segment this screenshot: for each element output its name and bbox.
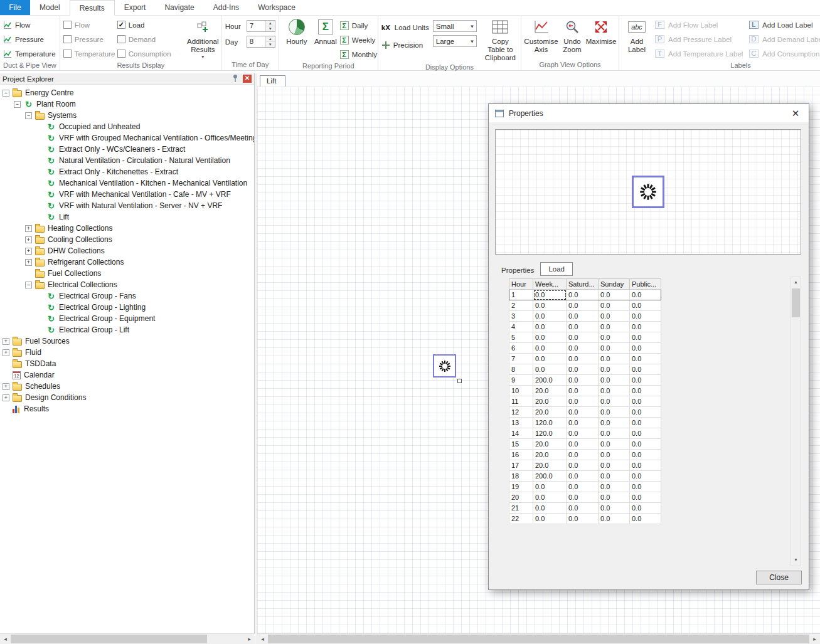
- scroll-left-icon[interactable]: ◂: [0, 634, 11, 644]
- tree-item[interactable]: ↻VRF with Grouped Mechanical Ventilation…: [0, 132, 254, 144]
- load-table-row[interactable]: 1620.00.00.00.0: [509, 450, 661, 460]
- ribbon-tab-results[interactable]: Results: [70, 0, 115, 16]
- value-cell[interactable]: 0.0: [630, 375, 661, 386]
- value-cell[interactable]: 120.0: [533, 428, 567, 439]
- scroll-right-icon[interactable]: ▸: [809, 634, 820, 644]
- load-table-row[interactable]: 1020.00.00.00.0: [509, 386, 661, 396]
- value-cell[interactable]: 20.0: [533, 396, 567, 407]
- hour-cell[interactable]: 19: [509, 482, 533, 492]
- tree-item[interactable]: ↻VRF with Natural Ventilation - Server -…: [0, 200, 254, 211]
- close-panel-icon[interactable]: ✕: [243, 75, 252, 83]
- value-cell[interactable]: 0.0: [630, 514, 661, 524]
- value-cell[interactable]: 20.0: [533, 450, 567, 460]
- value-cell[interactable]: 0.0: [567, 322, 599, 332]
- load-table-row[interactable]: 1220.00.00.00.0: [509, 407, 661, 418]
- duct-pipe-temperature[interactable]: Temperature: [3, 46, 56, 61]
- value-cell[interactable]: 0.0: [599, 460, 630, 471]
- value-cell[interactable]: 0.0: [630, 343, 661, 354]
- scrollbar-thumb[interactable]: [268, 635, 809, 643]
- tree-expander-icon[interactable]: −: [3, 90, 9, 97]
- scroll-left-icon[interactable]: ◂: [257, 634, 268, 644]
- tree-item[interactable]: Results: [0, 403, 254, 414]
- load-table-row[interactable]: 20.00.00.00.0: [509, 300, 661, 311]
- tree-expander-icon[interactable]: −: [14, 101, 21, 108]
- load-table-row[interactable]: 13120.00.00.00.0: [509, 418, 661, 428]
- tree-item[interactable]: ↻Electrical Group - Lighting: [0, 302, 254, 313]
- value-cell[interactable]: 0.0: [533, 322, 567, 332]
- value-cell[interactable]: 0.0: [630, 471, 661, 482]
- maximise-button[interactable]: Maximise: [587, 16, 615, 60]
- tree-item[interactable]: +Schedules: [0, 381, 254, 392]
- value-cell[interactable]: 20.0: [533, 460, 567, 471]
- ribbon-tab-addins[interactable]: Add-Ins: [204, 0, 248, 15]
- lift-component[interactable]: [433, 354, 456, 377]
- value-cell[interactable]: 0.0: [630, 460, 661, 471]
- scroll-up-icon[interactable]: ▴: [791, 277, 801, 288]
- checkbox-box[interactable]: [63, 35, 72, 43]
- hour-stepper[interactable]: 7 ▴▾: [247, 20, 275, 32]
- hour-cell[interactable]: 21: [509, 503, 533, 514]
- scroll-down-icon[interactable]: ▾: [791, 555, 801, 566]
- day-down-button[interactable]: ▾: [266, 42, 275, 47]
- value-cell[interactable]: 0.0: [630, 503, 661, 514]
- tree-item[interactable]: ↻VRF with Mechanical Ventilation - Cafe …: [0, 189, 254, 200]
- load-table-row[interactable]: 60.00.00.00.0: [509, 343, 661, 354]
- undo-zoom-button[interactable]: Undo Zoom: [558, 16, 587, 60]
- value-cell[interactable]: 0.0: [630, 290, 661, 300]
- load-table-row[interactable]: 10.00.00.00.0: [509, 290, 661, 300]
- tree-item[interactable]: ↻Natural Ventilation - Circulation - Nat…: [0, 155, 254, 166]
- checkbox-flow[interactable]: Flow: [63, 18, 116, 32]
- tree-item[interactable]: ↻Occupied and Unheated: [0, 121, 254, 132]
- tree-item[interactable]: 12Calendar: [0, 369, 254, 381]
- tree-expander-icon[interactable]: +: [25, 259, 32, 266]
- load-table-row[interactable]: 200.00.00.00.0: [509, 492, 661, 503]
- tree-expander-icon[interactable]: +: [3, 349, 9, 356]
- ribbon-tab-model[interactable]: Model: [30, 0, 70, 15]
- tree-item[interactable]: ↻Extract Only - Kitchenettes - Extract: [0, 166, 254, 177]
- tree-item[interactable]: ↻Extract Only - WCs/Cleaners - Extract: [0, 144, 254, 155]
- value-cell[interactable]: 120.0: [533, 418, 567, 428]
- customise-axis-button[interactable]: Customise Axis: [524, 16, 558, 60]
- value-cell[interactable]: 0.0: [533, 332, 567, 343]
- checkbox-load[interactable]: ✓Load: [117, 18, 188, 32]
- value-cell[interactable]: 0.0: [599, 332, 630, 343]
- value-cell[interactable]: 0.0: [567, 290, 599, 300]
- tree-item[interactable]: +Fluid: [0, 347, 254, 358]
- value-cell[interactable]: 0.0: [533, 311, 567, 322]
- tab-lift[interactable]: Lift: [260, 75, 285, 87]
- load-table-row[interactable]: 220.00.00.00.0: [509, 514, 661, 524]
- value-cell[interactable]: 0.0: [533, 482, 567, 492]
- tree-item[interactable]: ↻Mechanical Ventilation - Kitchen - Mech…: [0, 177, 254, 189]
- canvas-hscrollbar[interactable]: ◂ ▸: [257, 633, 820, 644]
- value-cell[interactable]: 0.0: [533, 503, 567, 514]
- value-cell[interactable]: 0.0: [630, 311, 661, 322]
- hour-cell[interactable]: 1: [509, 290, 533, 300]
- value-cell[interactable]: 0.0: [567, 514, 599, 524]
- hour-cell[interactable]: 12: [509, 407, 533, 418]
- load-table-row[interactable]: 14120.00.00.00.0: [509, 428, 661, 439]
- tree-expander-icon[interactable]: +: [25, 248, 32, 255]
- load-table-row[interactable]: 1720.00.00.00.0: [509, 460, 661, 471]
- duct-pipe-pressure[interactable]: Pressure: [3, 32, 56, 46]
- load-units-dropdown[interactable]: Small ▾: [433, 20, 477, 32]
- tree-item[interactable]: ↻Electrical Group - Fans: [0, 290, 254, 302]
- daily-button[interactable]: ΣDaily: [340, 18, 377, 33]
- hour-cell[interactable]: 17: [509, 460, 533, 471]
- dialog-vscrollbar[interactable]: ▴ ▾: [791, 277, 801, 566]
- value-cell[interactable]: 0.0: [533, 354, 567, 364]
- tab-load[interactable]: Load: [540, 262, 573, 276]
- value-cell[interactable]: 0.0: [533, 492, 567, 503]
- value-cell[interactable]: 0.0: [599, 492, 630, 503]
- value-cell[interactable]: 0.0: [630, 364, 661, 375]
- hour-cell[interactable]: 13: [509, 418, 533, 428]
- scrollbar-thumb[interactable]: [11, 635, 207, 643]
- tree-expander-icon[interactable]: −: [25, 112, 32, 119]
- tree-expander-icon[interactable]: +: [25, 225, 32, 232]
- checkbox-temperature[interactable]: Temperature: [63, 46, 116, 61]
- value-cell[interactable]: 0.0: [567, 300, 599, 311]
- load-table-row[interactable]: 9200.00.00.00.0: [509, 375, 661, 386]
- tree-item[interactable]: −↻Plant Room: [0, 98, 254, 110]
- tree-item[interactable]: +Design Conditions: [0, 392, 254, 403]
- weekly-button[interactable]: ΣWeekly: [340, 33, 377, 47]
- value-cell[interactable]: 0.0: [599, 418, 630, 428]
